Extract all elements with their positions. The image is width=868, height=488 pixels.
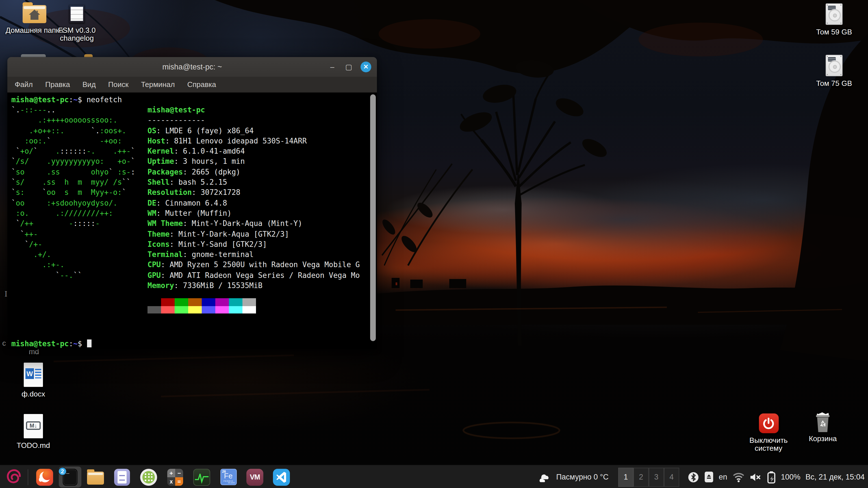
desktop-icon-todo-md[interactable]: M↓ TODO.md <box>6 414 60 450</box>
palette-swatch <box>175 306 188 314</box>
neofetch-title: misha@test-pc <box>148 105 360 116</box>
taskbar-app-calculator[interactable]: +− x= <box>163 465 188 488</box>
keyboard-layout-indicator[interactable]: en <box>719 473 727 481</box>
palette-swatch <box>202 298 215 306</box>
desktop-icon-trash[interactable]: Корзина <box>796 412 850 443</box>
desktop-icon-volume-75gb[interactable]: Том 75 GB <box>807 55 861 88</box>
bluetooth-icon[interactable] <box>688 471 699 483</box>
battery-percent[interactable]: 100% <box>781 473 801 481</box>
ascii-art-line-1: `.-::---.. <box>11 105 135 116</box>
prompt-colon: : <box>69 95 73 104</box>
menu-item-4[interactable]: Поиск <box>108 80 129 89</box>
stray-glyph-c: c <box>2 339 6 347</box>
desktop-icon-md[interactable]: md <box>7 348 61 356</box>
palette-swatch <box>188 306 202 314</box>
trash-icon <box>814 412 831 431</box>
panel-separator <box>28 469 28 485</box>
markdown-document-icon: M↓ <box>24 414 43 438</box>
volume-muted-icon[interactable] <box>750 472 762 482</box>
workspace-button-2[interactable]: 2 <box>633 467 649 487</box>
prompt-command: neofetch <box>87 95 122 104</box>
calculator-icon: +− x= <box>167 468 183 485</box>
clock[interactable]: Вс, 21 дек, 15:04 <box>806 473 865 481</box>
taskbar-app-text-editor[interactable] <box>110 465 134 488</box>
neofetch-info-row: Terminal: gnome-terminal <box>148 250 360 260</box>
desktop-icon-shutdown[interactable]: Выключитьсистему <box>741 414 796 452</box>
ascii-art-line-14: `/+- <box>11 239 135 250</box>
terminal-content[interactable]: misha@test-pc:~$ neofetch `.-::---.. .:+… <box>7 93 377 349</box>
prompt-colon: : <box>69 339 73 348</box>
ascii-art-line-6: `/s/ .yyyyyyyyyyo: +o-` <box>11 157 135 167</box>
prompt-user-host: misha@test-pc <box>11 95 69 104</box>
menu-item-1[interactable]: Файл <box>15 80 33 89</box>
desktop-root: Домашняя папка FSM v0.3.0changelog Том 5… <box>0 0 868 488</box>
taskbar-app-system-monitor[interactable] <box>189 465 214 488</box>
ascii-art-line-3: .+o++::. `.:oos+. <box>11 126 135 136</box>
taskbar-app-ferrix[interactable]: 26 Fe FERRIX 55.845 <box>216 465 241 488</box>
close-button[interactable]: ✕ <box>361 62 371 72</box>
prompt-user-host: misha@test-pc <box>11 339 69 348</box>
menu-item-5[interactable]: Терминал <box>141 80 175 89</box>
maximize-button[interactable]: ▢ <box>344 63 353 71</box>
workspace-switcher: 1234 <box>618 467 679 487</box>
text-cursor-ibeam: I <box>4 290 7 298</box>
ascii-art-line-7: `so .ss ohyo` :s-: <box>11 167 135 177</box>
neofetch-info-row: GPU: AMD ATI Radeon Vega Series / Radeon… <box>148 270 360 281</box>
terminal-titlebar[interactable]: misha@test-pc: ~ – ▢ ✕ <box>7 57 377 77</box>
taskbar-app-firefox[interactable] <box>32 465 57 488</box>
ascii-art-line-9: `s: `oo s m Myy+-o:` <box>11 188 135 198</box>
desktop-icon-label: Корзина <box>809 435 837 443</box>
desktop-icon-fsm-changelog[interactable]: FSM v0.3.0changelog <box>50 2 104 42</box>
taskbar-app-files[interactable] <box>83 465 108 488</box>
taskbar-panel: 2 +− x= <box>0 465 868 488</box>
neofetch-info-row: Theme: Mint-Y-Dark-Aqua [GTK2/3] <box>148 229 360 239</box>
neofetch-ascii-art: `.-::---.. .:++++ooooosssoo:. .+o++::. `… <box>11 105 135 281</box>
desktop-icon-f-docx[interactable]: W ф.docx <box>6 363 60 398</box>
debian-swirl-icon <box>4 465 23 488</box>
weather-text[interactable]: Пасмурно 0 °C <box>556 473 608 481</box>
menu-button-debian[interactable] <box>3 465 24 488</box>
removable-drive-eject-icon[interactable] <box>704 471 714 483</box>
ascii-art-line-15: .+/. <box>11 250 135 260</box>
prompt-dollar: $ <box>78 95 87 104</box>
ascii-art-line-12: `/++ -:::::- <box>11 219 135 229</box>
taskbar-app-vscode[interactable] <box>269 465 294 488</box>
weather-cloud-icon[interactable] <box>537 471 551 483</box>
app-grid-icon <box>140 468 157 485</box>
taskbar-app-vm[interactable]: VM <box>242 465 267 488</box>
workspace-button-4[interactable]: 4 <box>664 467 679 487</box>
prompt-dollar: $ <box>78 339 87 348</box>
wifi-icon[interactable] <box>733 472 745 482</box>
desktop-icon-label: md <box>29 348 39 356</box>
palette-swatch <box>161 298 175 306</box>
taskbar-app-terminal[interactable]: 2 <box>59 466 82 487</box>
neofetch-info-row: Icons: Mint-Y-Sand [GTK2/3] <box>148 239 360 250</box>
power-icon <box>758 414 778 433</box>
battery-charging-icon[interactable] <box>767 471 776 483</box>
markdown-glyph: M↓ <box>26 421 41 430</box>
minimize-button[interactable]: – <box>328 63 337 71</box>
neofetch-info-row: WM: Mutter (Muffin) <box>148 208 360 219</box>
vscode-icon <box>273 468 290 485</box>
menu-item-3[interactable]: Вид <box>83 80 96 89</box>
neofetch-info-row: Host: 81H1 Lenovo ideapad 530S-14ARR <box>148 136 360 147</box>
desktop-icon-label-line2: систему <box>755 444 782 452</box>
workspace-button-3[interactable]: 3 <box>649 467 664 487</box>
workspace-button-1[interactable]: 1 <box>618 467 633 487</box>
terminal-window: misha@test-pc: ~ – ▢ ✕ ФайлПравкаВидПоис… <box>7 57 377 349</box>
neofetch-info-row: Memory: 7336MiB / 15535MiB <box>148 281 360 291</box>
desktop-icon-label: Том 75 GB <box>816 79 852 88</box>
ascii-art-line-2: .:++++ooooosssoo:. <box>11 116 135 126</box>
text-editor-icon <box>114 468 130 485</box>
taskbar-app-launcher-grid[interactable] <box>136 465 161 488</box>
hard-drive-icon <box>826 55 843 76</box>
terminal-scrollbar[interactable] <box>370 94 376 341</box>
menu-item-2[interactable]: Правка <box>45 80 70 89</box>
palette-swatch <box>242 306 256 314</box>
hard-drive-icon <box>826 3 843 25</box>
palette-swatch <box>175 298 188 306</box>
ascii-art-line-11: :o. .:////////++: <box>11 208 135 219</box>
menu-item-6[interactable]: Справка <box>187 80 216 89</box>
desktop-icon-label: TODO.md <box>17 442 50 450</box>
desktop-icon-volume-59gb[interactable]: Том 59 GB <box>807 3 861 36</box>
